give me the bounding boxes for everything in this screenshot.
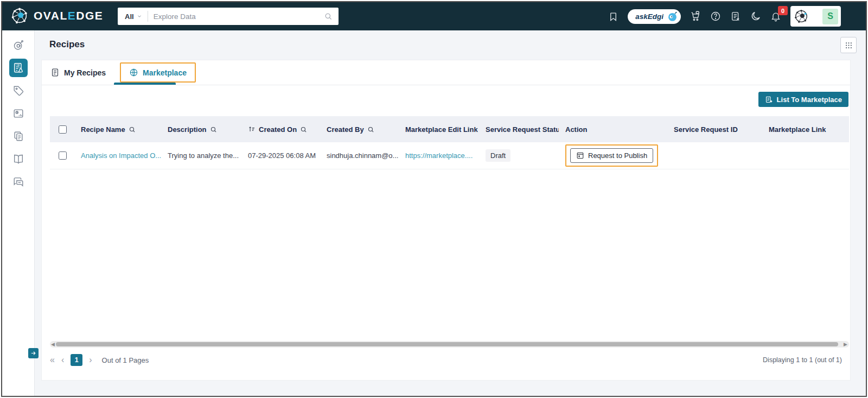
header-service-request-status: Service Request Status <box>479 125 559 134</box>
sidebar-item-tags[interactable] <box>9 81 28 100</box>
left-sidebar <box>2 30 35 396</box>
select-all-checkbox[interactable] <box>59 125 67 134</box>
tab-marketplace[interactable]: Marketplace <box>129 68 187 77</box>
topbar-actions: askEdgi 0 <box>608 2 841 30</box>
search-input[interactable] <box>148 12 324 21</box>
my-recipes-doc-icon <box>50 68 60 77</box>
header-marketplace-link: Marketplace Link <box>762 125 849 134</box>
header-marketplace-edit-link: Marketplace Edit Link <box>399 125 479 134</box>
chevron-down-icon <box>137 14 142 19</box>
ovaledge-logo[interactable]: OVALEDGE <box>10 6 103 26</box>
column-search-icon[interactable] <box>367 126 374 133</box>
edgi-bot-icon <box>667 11 678 22</box>
global-search: All <box>118 8 339 25</box>
open-book-icon <box>12 153 24 165</box>
sort-icon[interactable] <box>248 125 256 133</box>
display-summary: Displaying 1 to 1 (out of 1) <box>763 356 842 364</box>
tab-marketplace-label: Marketplace <box>143 68 187 77</box>
tab-my-recipes-label: My Recipes <box>64 68 106 77</box>
column-search-icon[interactable] <box>210 126 217 133</box>
marketplace-cart-icon[interactable] <box>690 11 701 22</box>
sidebar-item-ai-assistant[interactable] <box>9 36 28 54</box>
search-icon <box>324 12 339 21</box>
list-to-marketplace-button[interactable]: List To Marketplace <box>758 92 848 107</box>
marketplace-edit-link[interactable]: https://marketplace.... <box>405 151 473 160</box>
report-chart-icon <box>12 108 24 119</box>
list-document-icon <box>765 96 773 104</box>
dark-mode-moon-icon[interactable] <box>750 11 761 22</box>
ovaledge-logo-icon <box>10 6 29 26</box>
notifications-bell[interactable]: 0 <box>770 11 781 22</box>
recipe-name-link[interactable]: Analysis on Impacted O... <box>81 151 161 160</box>
scroll-right-arrow[interactable]: ▶ <box>844 341 847 348</box>
active-tab-indicator <box>114 83 176 85</box>
release-notes-icon[interactable] <box>730 11 741 22</box>
sidebar-item-pages[interactable] <box>9 127 28 146</box>
request-to-publish-button[interactable]: Request to Publish <box>570 148 653 163</box>
app-window: OVALEDGE All askEdgi <box>1 1 867 397</box>
sidebar-item-glossary[interactable] <box>9 150 28 168</box>
header-created-on[interactable]: Created On <box>241 125 320 134</box>
table-header-row: Recipe Name Description Created On Creat… <box>50 116 849 142</box>
sidebar-item-recipes[interactable] <box>9 59 28 77</box>
horizontal-scrollbar[interactable]: ◀ ▶ <box>50 341 849 348</box>
ovaledge-mark-icon <box>793 8 809 24</box>
page-title: Recipes <box>49 39 85 50</box>
recipes-card: My Recipes Marketplace List To <box>41 60 851 381</box>
copy-pages-icon <box>12 130 24 142</box>
main-content: Recipes My Recipes Marketp <box>35 30 866 396</box>
sidebar-expand-button[interactable] <box>28 348 39 358</box>
created-by-cell: sindhuja.chinnam@o... <box>327 151 398 160</box>
brand-wordmark: OVALEDGE <box>34 9 103 22</box>
publish-window-icon <box>576 151 584 160</box>
tab-bar: My Recipes Marketplace <box>42 60 850 85</box>
header-created-by[interactable]: Created By <box>320 125 399 134</box>
pages-label: Out of 1 Pages <box>102 356 149 364</box>
user-avatar[interactable]: S <box>822 9 838 24</box>
ask-edgi-label: askEdgi <box>635 12 663 21</box>
globe-icon <box>129 68 138 77</box>
list-to-marketplace-label: List To Marketplace <box>777 96 842 104</box>
first-page-button[interactable]: « <box>50 355 55 365</box>
request-to-publish-highlight-annotation: Request to Publish <box>565 144 658 167</box>
created-on-cell: 07-29-2025 06:08 AM <box>248 151 316 160</box>
tag-icon <box>12 85 24 97</box>
row-checkbox[interactable] <box>59 151 67 160</box>
robot-assistant-icon <box>12 39 24 51</box>
previous-page-button[interactable]: ‹ <box>61 355 64 365</box>
status-badge: Draft <box>486 149 510 162</box>
pagination-bar: « ‹ 1 › Out of 1 Pages Displaying 1 to 1… <box>50 351 842 369</box>
chat-bubbles-icon <box>12 176 24 188</box>
notification-count-badge: 0 <box>778 6 788 15</box>
next-page-button[interactable]: › <box>89 355 92 365</box>
profile-menu[interactable]: S <box>790 6 841 27</box>
column-search-icon[interactable] <box>129 126 136 133</box>
description-cell: Trying to analyze the... <box>168 151 239 160</box>
request-to-publish-label: Request to Publish <box>588 151 647 160</box>
header-service-request-id: Service Request ID <box>667 125 762 134</box>
table-row: Analysis on Impacted O... Trying to anal… <box>50 142 849 169</box>
top-navbar: OVALEDGE All askEdgi <box>2 2 866 30</box>
help-icon[interactable] <box>710 11 721 22</box>
scroll-left-arrow[interactable]: ◀ <box>51 341 55 348</box>
search-scope-dropdown[interactable]: All <box>118 12 148 21</box>
scrollbar-thumb[interactable] <box>56 342 838 346</box>
sidebar-item-collaboration[interactable] <box>9 173 28 191</box>
recipes-table: Recipe Name Description Created On Creat… <box>50 116 849 169</box>
marketplace-tab-highlight-annotation: Marketplace <box>120 62 196 83</box>
tab-my-recipes[interactable]: My Recipes <box>50 68 106 77</box>
apps-grid-button[interactable] <box>840 37 857 53</box>
sidebar-item-reports[interactable] <box>9 104 28 123</box>
header-recipe-name[interactable]: Recipe Name <box>74 125 161 134</box>
current-page-button[interactable]: 1 <box>71 354 82 366</box>
column-search-icon[interactable] <box>300 126 307 133</box>
header-action: Action <box>559 125 667 134</box>
bookmark-icon[interactable] <box>608 11 618 22</box>
ask-edgi-button[interactable]: askEdgi <box>628 9 681 24</box>
recipe-document-icon <box>12 62 24 74</box>
header-description[interactable]: Description <box>161 125 241 134</box>
